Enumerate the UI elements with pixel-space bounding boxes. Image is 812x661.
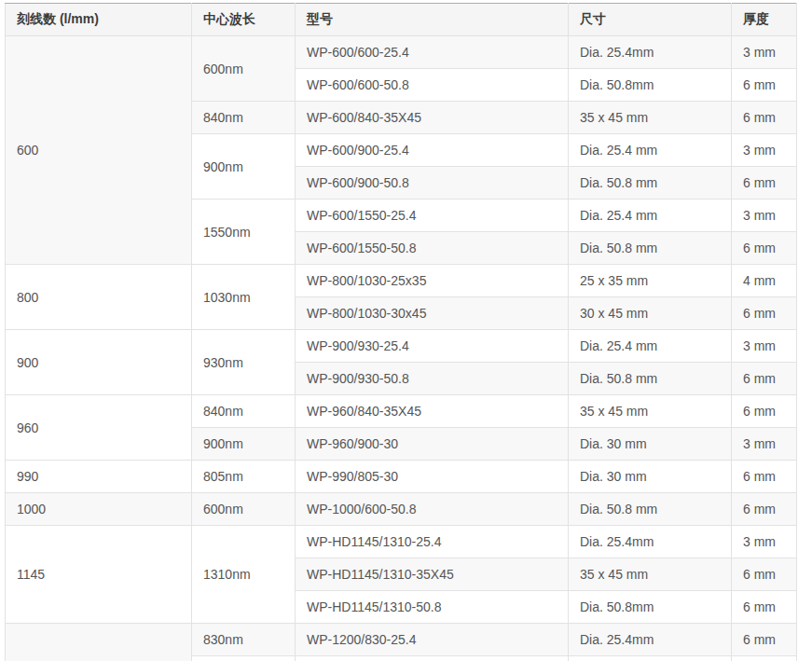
cell-thickness: 4 mm <box>732 265 797 297</box>
cell-model: WP-600/600-25.4 <box>296 36 569 69</box>
cell-lines: 600 <box>6 36 192 265</box>
cell-lines: 800 <box>6 265 192 330</box>
cell-size: Dia. 50.8mm <box>569 591 732 624</box>
cell-size: Dia. 50.8 mm <box>569 167 732 200</box>
cell-model: WP-HD1145/1310-25.4 <box>296 526 569 558</box>
cell-size: Dia. 50.8 mm <box>569 493 732 526</box>
cell-size: 35 x 45 mm <box>569 395 732 428</box>
table-body: 600600nmWP-600/600-25.4Dia. 25.4mm3 mmWP… <box>6 36 797 661</box>
cell-model: WP-1000/600-50.8 <box>296 493 569 526</box>
cell-thickness: 3 mm <box>732 428 797 461</box>
column-header-thickness: 厚度 <box>732 4 797 36</box>
cell-thickness: 3 mm <box>732 36 797 69</box>
cell-size: Dia. 25.4mm <box>569 526 732 558</box>
cell-size: Dia. 30 mm <box>569 428 732 461</box>
cell-model: WP-800/1030-30x45 <box>296 297 569 330</box>
cell-wavelength: 805nm <box>192 461 296 493</box>
cell-wavelength: 1310nm <box>192 526 296 624</box>
cell-wavelength: 1030nm <box>192 265 296 330</box>
cell-size: Dia. 25.4 mm <box>569 134 732 167</box>
cell-size: Dia. 25.4mm <box>569 624 732 656</box>
cell-thickness: 6 mm <box>732 461 797 493</box>
cell-model <box>296 656 569 661</box>
cell-thickness: 6 mm <box>732 558 797 591</box>
cell-lines <box>6 624 192 661</box>
cell-model: WP-900/930-25.4 <box>296 330 569 363</box>
cell-wavelength: 600nm <box>192 36 296 102</box>
cell-size: 25 x 35 mm <box>569 265 732 297</box>
cell-model: WP-990/805-30 <box>296 461 569 493</box>
cell-model: WP-600/1550-50.8 <box>296 232 569 265</box>
table-row: 830nmWP-1200/830-25.4Dia. 25.4mm6 mm <box>6 624 797 656</box>
table-row: 8001030nmWP-800/1030-25x3525 x 35 mm4 mm <box>6 265 797 297</box>
cell-thickness: 6 mm <box>732 69 797 102</box>
cell-model: WP-600/900-50.8 <box>296 167 569 200</box>
cell-wavelength: 840nm <box>192 102 296 134</box>
cell-thickness: 6 mm <box>732 624 797 656</box>
cell-thickness: 6 mm <box>732 363 797 395</box>
cell-thickness: 6 mm <box>732 167 797 200</box>
cell-model: WP-600/900-25.4 <box>296 134 569 167</box>
cell-size: 35 x 45 mm <box>569 558 732 591</box>
cell-wavelength: 600nm <box>192 493 296 526</box>
cell-model: WP-HD1145/1310-35X45 <box>296 558 569 591</box>
table-row: 11451310nmWP-HD1145/1310-25.4Dia. 25.4mm… <box>6 526 797 558</box>
cell-size: 35 x 45 mm <box>569 102 732 134</box>
cell-thickness: 6 mm <box>732 493 797 526</box>
table-row: 990805nmWP-990/805-30Dia. 30 mm6 mm <box>6 461 797 493</box>
column-header-wavelength: 中心波长 <box>192 4 296 36</box>
column-header-size: 尺寸 <box>569 4 732 36</box>
cell-size: Dia. 25.4 mm <box>569 200 732 232</box>
cell-wavelength: 1550nm <box>192 200 296 265</box>
cell-model: WP-HD1145/1310-50.8 <box>296 591 569 624</box>
cell-model: WP-600/1550-25.4 <box>296 200 569 232</box>
cell-size: Dia. 25.4mm <box>569 36 732 69</box>
cell-thickness: 3 mm <box>732 330 797 363</box>
cell-size: 30 x 45 mm <box>569 297 732 330</box>
cell-thickness <box>732 656 797 661</box>
cell-thickness: 6 mm <box>732 102 797 134</box>
cell-size <box>569 656 732 661</box>
cell-thickness: 3 mm <box>732 200 797 232</box>
cell-thickness: 6 mm <box>732 395 797 428</box>
spec-table-container: 刻线数 (l/mm)中心波长型号尺寸厚度 600600nmWP-600/600-… <box>0 0 812 661</box>
column-header-lines: 刻线数 (l/mm) <box>6 4 192 36</box>
header-row: 刻线数 (l/mm)中心波长型号尺寸厚度 <box>6 4 797 36</box>
cell-model: WP-800/1030-25x35 <box>296 265 569 297</box>
cell-size: Dia. 30 mm <box>569 461 732 493</box>
cell-lines: 1145 <box>6 526 192 624</box>
cell-size: Dia. 50.8mm <box>569 69 732 102</box>
cell-wavelength: 830nm <box>192 624 296 656</box>
cell-lines: 900 <box>6 330 192 395</box>
cell-lines: 1000 <box>6 493 192 526</box>
cell-thickness: 6 mm <box>732 232 797 265</box>
table-row: 900930nmWP-900/930-25.4Dia. 25.4 mm3 mm <box>6 330 797 363</box>
cell-thickness: 6 mm <box>732 297 797 330</box>
table-row: 600600nmWP-600/600-25.4Dia. 25.4mm3 mm <box>6 36 797 69</box>
cell-model: WP-600/600-50.8 <box>296 69 569 102</box>
cell-wavelength: 900nm <box>192 134 296 200</box>
cell-thickness: 6 mm <box>732 591 797 624</box>
cell-thickness: 3 mm <box>732 134 797 167</box>
table-row: 960840nmWP-960/840-35X4535 x 45 mm6 mm <box>6 395 797 428</box>
cell-size: Dia. 50.8 mm <box>569 363 732 395</box>
column-header-model: 型号 <box>296 4 569 36</box>
cell-model: WP-960/840-35X45 <box>296 395 569 428</box>
cell-model: WP-600/840-35X45 <box>296 102 569 134</box>
cell-model: WP-1200/830-25.4 <box>296 624 569 656</box>
cell-model: WP-900/930-50.8 <box>296 363 569 395</box>
cell-lines: 990 <box>6 461 192 493</box>
cell-wavelength: 930nm <box>192 330 296 395</box>
cell-wavelength <box>192 656 296 661</box>
cell-model: WP-960/900-30 <box>296 428 569 461</box>
grating-spec-table: 刻线数 (l/mm)中心波长型号尺寸厚度 600600nmWP-600/600-… <box>5 3 797 661</box>
cell-lines: 960 <box>6 395 192 461</box>
cell-size: Dia. 50.8 mm <box>569 232 732 265</box>
cell-wavelength: 900nm <box>192 428 296 461</box>
cell-thickness: 3 mm <box>732 526 797 558</box>
cell-size: Dia. 25.4 mm <box>569 330 732 363</box>
cell-wavelength: 840nm <box>192 395 296 428</box>
table-row: 1000600nmWP-1000/600-50.8Dia. 50.8 mm6 m… <box>6 493 797 526</box>
